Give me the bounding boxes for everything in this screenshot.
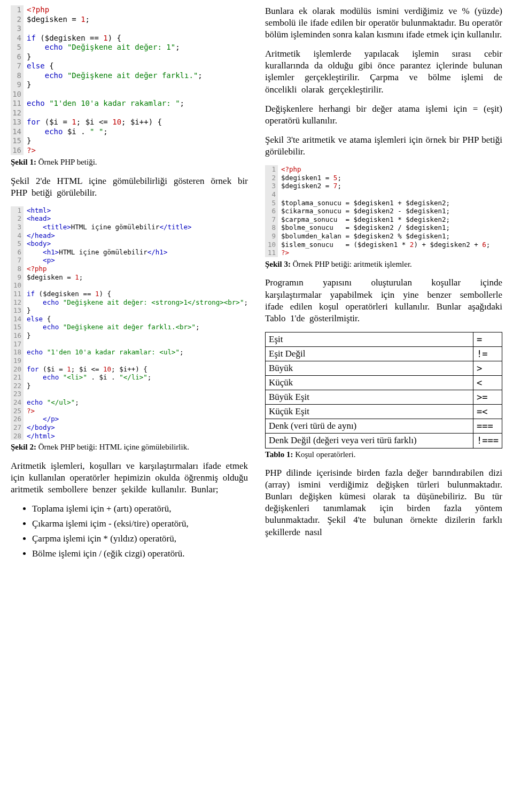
op-symbol: === (473, 419, 502, 434)
table-row: Denk Değil (değeri veya veri türü farklı… (266, 434, 502, 448)
op-symbol: !=== (473, 434, 502, 448)
operator-bullets: Toplama işlemi için + (artı) operatörü,Ç… (11, 503, 248, 560)
caption-1-text: Örnek PHP betiği. (36, 158, 97, 166)
caption-4: Tablo 1: Koşul operatörleri. (265, 450, 502, 460)
caption-2-text: Örnek PHP betiği: HTML içine gömülebilir… (36, 443, 189, 451)
op-symbol: > (473, 361, 502, 375)
para-right-4: Şekil 3'te aritmetik ve atama işlemleri … (265, 134, 502, 158)
caption-3-text: Örnek PHP betiği: aritmetik işlemler. (291, 260, 412, 268)
code-block-1: 1<?php2$degisken = 1;3 4if ($degisken ==… (11, 5, 248, 155)
caption-1: Şekil 1: Örnek PHP betiği. (11, 157, 248, 168)
op-name: Büyük Eşit (266, 390, 473, 405)
caption-2-label: Şekil 2: (11, 443, 36, 451)
op-name: Eşit Değil (266, 346, 473, 361)
op-name: Küçük Eşit (266, 405, 473, 419)
operator-table: Eşit=Eşit Değil!=Büyük>Küçük<Büyük Eşit>… (265, 332, 502, 448)
op-symbol: =< (473, 405, 502, 419)
table-row: Küçük< (266, 376, 502, 390)
op-name: Denk (veri türü de aynı) (266, 419, 473, 434)
caption-4-text: Koşul operatörleri. (293, 450, 355, 459)
para-right-3: Değişkenlere herhangi bir değer atama iş… (265, 103, 502, 127)
para-right-2: Aritmetik işlemlerde yapılacak işlemin s… (265, 48, 502, 95)
table-row: Eşit= (266, 332, 502, 346)
op-symbol: < (473, 376, 502, 390)
para-right-6: PHP dilinde içerisinde birden fazla değe… (265, 467, 502, 538)
caption-3-label: Şekil 3: (265, 260, 291, 268)
table-row: Büyük Eşit>= (266, 390, 502, 405)
op-name: Büyük (266, 361, 473, 375)
op-symbol: >= (473, 390, 502, 405)
para-right-5: Programın yapısını oluşturulan koşullar … (265, 277, 502, 324)
op-symbol: = (473, 332, 502, 346)
table-row: Küçük Eşit=< (266, 405, 502, 419)
para-left-1: Şekil 2'de HTML içine gömülebilirliği gö… (11, 175, 248, 199)
code-block-3: 1<?php2$degisken1 = 5;3$degisken2 = 7;4 … (265, 165, 502, 257)
op-name: Küçük (266, 376, 473, 390)
caption-3: Şekil 3: Örnek PHP betiği: aritmetik işl… (265, 259, 502, 270)
op-symbol: != (473, 346, 502, 361)
code-block-2: 1<html>2<head>3 <title>HTML içine gömüle… (11, 206, 248, 440)
op-name: Eşit (266, 332, 473, 346)
list-item: Toplama işlemi için + (artı) operatörü, (32, 503, 248, 515)
table-row: Eşit Değil!= (266, 346, 502, 361)
table-row: Denk (veri türü de aynı)=== (266, 419, 502, 434)
para-right-1: Bunlara ek olarak modülüs ismini verdiği… (265, 5, 502, 41)
table-row: Büyük> (266, 361, 502, 375)
caption-2: Şekil 2: Örnek PHP betiği: HTML içine gö… (11, 442, 248, 453)
caption-4-label: Tablo 1: (265, 450, 293, 459)
para-left-2: Aritmetik işlemleri, koşulları ve karşıl… (11, 460, 248, 496)
op-name: Denk Değil (değeri veya veri türü farklı… (266, 434, 473, 448)
list-item: Bölme işlemi için / (eğik cizgi) operatö… (32, 548, 248, 560)
list-item: Çarpma işlemi için * (yıldız) operatörü, (32, 533, 248, 545)
list-item: Çıkarma işlemi içim - (eksi/tire) operat… (32, 518, 248, 530)
caption-1-label: Şekil 1: (11, 158, 36, 166)
